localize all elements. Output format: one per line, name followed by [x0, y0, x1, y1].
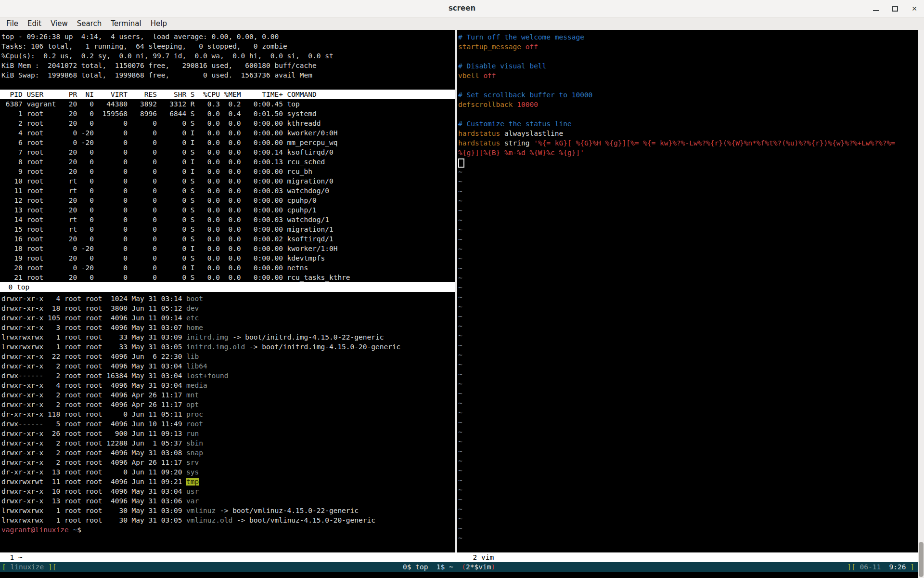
- file-name: tmp: [186, 478, 199, 486]
- screen-caption-window0: 0 top: [0, 282, 455, 292]
- maximize-button[interactable]: [889, 3, 901, 14]
- file-name: proc: [186, 410, 203, 418]
- vim-tilde-line: ~: [458, 177, 918, 186]
- process-row: 15 root rt 0 0 0 0 S 0.0 0.0 0:00.00 mig…: [1, 224, 455, 234]
- process-row: 13 root 20 0 0 0 0 S 0.0 0.0 0:00.00 cpu…: [1, 205, 455, 215]
- vim-tilde-line: ~: [458, 533, 918, 543]
- menu-item-search[interactable]: Search: [77, 19, 102, 28]
- window-controls: ✕: [870, 0, 920, 17]
- vim-tilde-line: ~: [458, 263, 918, 273]
- status-hostname: [ linuxize ][: [2, 562, 57, 572]
- process-row: 16 root 20 0 0 0 0 S 0.0 0.0 0:00.02 kso…: [1, 234, 455, 244]
- vim-tilde-line: ~: [458, 283, 918, 292]
- vim-line: %{g}][%{B} %m-%d %{W}%c %{g}]': [458, 148, 918, 158]
- titlebar[interactable]: screen ✕: [0, 0, 924, 17]
- process-row: 18 root 0 -20 0 0 0 I 0.0 0.0 0:00.00 kw…: [1, 244, 455, 253]
- process-row: 19 root 20 0 0 0 0 S 0.0 0.0 0:00.00 kde…: [1, 253, 455, 263]
- terminal-screen[interactable]: top - 09:26:38 up 4:14, 4 users, load av…: [0, 30, 924, 578]
- ls-row: drwxr-xr-x 105 root root 4096 Jun 11 09:…: [1, 313, 455, 323]
- ls-row: lrwxrwxrwx 1 root root 33 May 31 03:05 i…: [1, 342, 455, 352]
- vim-tilde-line: ~: [458, 350, 918, 360]
- menu-item-edit[interactable]: Edit: [27, 19, 41, 28]
- vim-line: hardstatus string '%{= kG}[ %{G}%H %{g}]…: [458, 138, 918, 148]
- ls-row: drwxr-xr-x 4 root root 4096 May 31 03:04…: [1, 381, 455, 390]
- vim-tilde-line: ~: [458, 495, 918, 504]
- vim-pane[interactable]: # Turn off the welcome messagestartup_me…: [457, 30, 918, 552]
- file-name: run: [186, 430, 199, 437]
- ls-row: dr-xr-xr-x 118 root root 0 Jun 11 05:11 …: [1, 409, 455, 419]
- vim-line: [458, 109, 918, 119]
- file-name: lost+found: [186, 372, 228, 380]
- scrollbar-thumb[interactable]: [919, 542, 924, 577]
- status-window-current: 2*$vim: [466, 563, 491, 571]
- process-row: 11 root rt 0 0 0 0 S 0.0 0.0 0:00.03 wat…: [1, 186, 455, 196]
- close-button[interactable]: ✕: [909, 3, 920, 14]
- vim-line: # Disable visual bell: [458, 61, 918, 71]
- vim-tilde-line: ~: [458, 302, 918, 312]
- file-name: sys: [186, 468, 199, 476]
- screen-caption-window1: 1 ~: [1, 552, 23, 562]
- file-name: lib: [186, 353, 199, 360]
- vim-tilde-line: ~: [458, 504, 918, 514]
- vim-cursor: [458, 158, 464, 168]
- vim-line: startup_message off: [458, 42, 918, 52]
- top-summary-line: KiB Swap: 1999868 total, 1999868 free, 0…: [1, 70, 455, 80]
- file-name: usr: [186, 487, 199, 495]
- scrollbar[interactable]: [918, 30, 924, 578]
- status-window-1: 1$ ~: [436, 563, 453, 571]
- window-title: screen: [0, 4, 924, 13]
- file-name: etc: [186, 314, 199, 322]
- file-name: opt: [186, 401, 199, 408]
- shell-pane[interactable]: drwxr-xr-x 4 root root 1024 May 31 03:14…: [0, 294, 455, 535]
- process-row: 12 root 20 0 0 0 0 S 0.0 0.0 0:00.00 cpu…: [1, 196, 455, 205]
- vim-tilde-line: ~: [458, 418, 918, 427]
- prompt-path: ~: [73, 526, 77, 534]
- menu-item-view[interactable]: View: [51, 19, 68, 28]
- vim-tilde-line: ~: [458, 369, 918, 379]
- file-name: vmlinuz.old: [186, 516, 232, 524]
- menu-bar: FileEditViewSearchTerminalHelp: [0, 17, 924, 30]
- top-pane[interactable]: top - 09:26:38 up 4:14, 4 users, load av…: [0, 30, 455, 282]
- top-summary-line: %Cpu(s): 0.2 us, 0.2 sy, 0.0 ni, 99.7 id…: [1, 51, 455, 61]
- file-name: initrd.img: [186, 333, 228, 341]
- ls-row: drwxr-xr-x 2 root root 4096 Apr 26 11:17…: [1, 390, 455, 400]
- top-table-header: PID USER PR NI VIRT RES SHR S %CPU %MEM …: [0, 90, 455, 99]
- menu-item-terminal[interactable]: Terminal: [111, 19, 141, 28]
- vim-tilde-line: ~: [458, 292, 918, 302]
- vim-tilde-line: ~: [458, 254, 918, 263]
- vim-tilde-line: ~: [458, 167, 918, 177]
- top-summary-line: top - 09:26:38 up 4:14, 4 users, load av…: [1, 32, 455, 41]
- ls-row: drwxr-xr-x 2 root root 4096 May 31 03:04…: [1, 361, 455, 371]
- process-row: 6 root 0 -20 0 0 0 I 0.0 0.0 0:00.00 mm_…: [1, 138, 455, 147]
- vim-line: [458, 158, 918, 167]
- ls-row: drwxr-xr-x 13 root root 4096 May 31 03:0…: [1, 496, 455, 506]
- vim-tilde-line: ~: [458, 389, 918, 398]
- vim-ruler: 13,0-1 All: [458, 543, 918, 552]
- menu-item-file[interactable]: File: [6, 19, 18, 28]
- vim-tilde-line: ~: [458, 215, 918, 225]
- vim-tilde-line: ~: [458, 437, 918, 447]
- vim-tilde-line: ~: [458, 331, 918, 341]
- minimize-button[interactable]: [870, 3, 882, 14]
- prompt-user-host: vagrant@linuxize: [1, 526, 69, 534]
- file-name: snap: [186, 449, 203, 457]
- ls-row: drwx------ 5 root root 4096 Jun 10 11:49…: [1, 419, 455, 429]
- vim-tilde-line: ~: [458, 456, 918, 466]
- close-icon: ✕: [911, 5, 917, 13]
- vim-tilde-line: ~: [458, 398, 918, 408]
- process-row: 21 root 20 0 0 0 0 S 0.0 0.0 0:00.00 rcu…: [1, 273, 455, 282]
- file-name: sbin: [186, 439, 203, 447]
- shell-prompt: vagrant@linuxize ~$: [1, 525, 455, 535]
- ls-row: drwxr-xr-x 2 root root 4096 May 31 03:08…: [1, 448, 455, 458]
- vim-tilde-line: ~: [458, 312, 918, 321]
- vim-tilde-line: ~: [458, 427, 918, 437]
- process-row: 7 root 20 0 0 0 0 S 0.0 0.0 0:00.14 ksof…: [1, 147, 455, 157]
- prompt-symbol: $: [77, 526, 81, 534]
- file-name: var: [186, 497, 199, 505]
- process-row: 6387 vagrant 20 0 44380 3892 3312 R 0.3 …: [1, 99, 455, 109]
- ls-row: drwxr-xr-x 26 root root 900 Jun 11 09:13…: [1, 429, 455, 438]
- vim-tilde-line: ~: [458, 485, 918, 495]
- file-name: vmlinuz: [186, 507, 216, 514]
- ls-row: lrwxrwxrwx 1 root root 33 May 31 03:09 i…: [1, 332, 455, 342]
- menu-item-help[interactable]: Help: [151, 19, 167, 28]
